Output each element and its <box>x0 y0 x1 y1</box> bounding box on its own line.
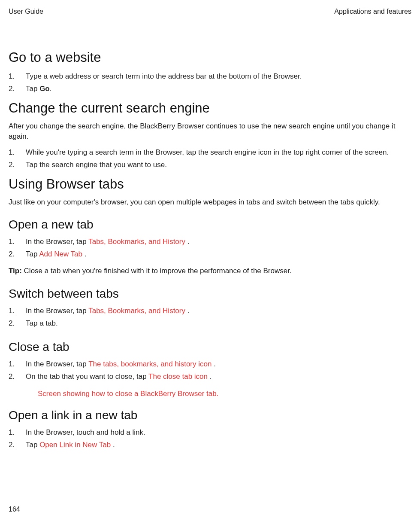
list-item: 1. In the Browser, tap Tabs, Bookmarks, … <box>9 236 411 248</box>
list-item: 2. Tap the search engine that you want t… <box>9 159 411 171</box>
text-fragment: . <box>208 372 212 381</box>
tip-label: Tip: <box>9 267 22 275</box>
header-right: Applications and features <box>334 8 411 15</box>
list-item: 1. In the Browser, tap The tabs, bookmar… <box>9 358 411 371</box>
text-fragment: In the Browser, tap <box>26 238 88 246</box>
ui-reference: The close tab icon <box>148 372 208 381</box>
step-text: Tap a tab. <box>26 317 411 330</box>
heading-switch-between-tabs: Switch between tabs <box>9 287 411 301</box>
list-item: 2. Tap Go. <box>9 83 411 95</box>
step-number: 1. <box>9 70 26 83</box>
header-left: User Guide <box>9 8 43 15</box>
steps-go-to-a-website: 1. Type a web address or search term int… <box>9 70 411 95</box>
step-number: 2. <box>9 159 26 171</box>
step-number: 2. <box>9 317 26 330</box>
list-item: 2. Tap Add New Tab . <box>9 248 411 261</box>
page-number: 164 <box>9 506 20 513</box>
step-number: 1. <box>9 236 26 248</box>
step-text: Tap Add New Tab . <box>26 248 411 261</box>
text-fragment: . <box>50 85 52 93</box>
step-text: Tap Go. <box>26 83 411 95</box>
figure-reference: Screen showing how to close a BlackBerry… <box>38 390 411 398</box>
heading-open-a-new-tab: Open a new tab <box>9 218 411 232</box>
list-item: 1. In the Browser, tap Tabs, Bookmarks, … <box>9 305 411 317</box>
text-fragment: Tap <box>26 250 39 258</box>
step-text: In the Browser, tap Tabs, Bookmarks, and… <box>26 236 411 248</box>
step-text: On the tab that you want to close, tap T… <box>26 371 411 383</box>
bold-text: Go <box>39 85 50 93</box>
paragraph: Just like on your computer's browser, yo… <box>9 197 411 208</box>
step-text: In the Browser, tap The tabs, bookmarks,… <box>26 358 411 371</box>
step-text: Type a web address or search term into t… <box>26 70 411 83</box>
paragraph: After you change the search engine, the … <box>9 121 411 142</box>
steps-open-a-new-tab: 1. In the Browser, tap Tabs, Bookmarks, … <box>9 236 411 261</box>
steps-switch-between-tabs: 1. In the Browser, tap Tabs, Bookmarks, … <box>9 305 411 330</box>
tip-paragraph: Tip: Close a tab when you're finished wi… <box>9 266 411 277</box>
step-number: 1. <box>9 146 26 159</box>
text-fragment: On the tab that you want to close, tap <box>26 372 148 381</box>
ui-reference: Add New Tab <box>39 250 82 258</box>
list-item: 1. While you're typing a search term in … <box>9 146 411 159</box>
ui-reference: Open Link in New Tab <box>39 441 111 449</box>
steps-close-a-tab: 1. In the Browser, tap The tabs, bookmar… <box>9 358 411 383</box>
list-item: 1. Type a web address or search term int… <box>9 70 411 83</box>
text-fragment: . <box>82 250 86 258</box>
text-fragment: Tap <box>26 85 39 93</box>
heading-using-browser-tabs: Using Browser tabs <box>9 177 411 192</box>
ui-reference: Tabs, Bookmarks, and History <box>88 238 185 246</box>
step-number: 2. <box>9 248 26 261</box>
heading-change-search-engine: Change the current search engine <box>9 101 411 116</box>
list-item: 2. On the tab that you want to close, ta… <box>9 371 411 383</box>
ui-reference: Tabs, Bookmarks, and History <box>88 307 185 315</box>
text-fragment: . <box>212 360 215 368</box>
step-text: Tap Open Link in New Tab . <box>26 439 411 451</box>
step-number: 1. <box>9 358 26 371</box>
page: User Guide Applications and features Go … <box>0 0 420 521</box>
heading-go-to-a-website: Go to a website <box>9 50 411 65</box>
list-item: 2. Tap Open Link in New Tab . <box>9 439 411 451</box>
step-number: 2. <box>9 439 26 451</box>
step-number: 2. <box>9 83 26 95</box>
list-item: 2. Tap a tab. <box>9 317 411 330</box>
page-header: User Guide Applications and features <box>9 8 411 15</box>
step-text: In the Browser, touch and hold a link. <box>26 427 411 439</box>
list-item: 1. In the Browser, touch and hold a link… <box>9 427 411 439</box>
heading-close-a-tab: Close a tab <box>9 340 411 354</box>
text-fragment: Tap <box>26 441 39 449</box>
text-fragment: . <box>185 307 189 315</box>
step-text: While you're typing a search term in the… <box>26 146 411 159</box>
text-fragment: . <box>111 441 115 449</box>
heading-open-link-in-new-tab: Open a link in a new tab <box>9 408 411 422</box>
steps-change-search-engine: 1. While you're typing a search term in … <box>9 146 411 171</box>
step-text: Tap the search engine that you want to u… <box>26 159 411 171</box>
ui-reference: The tabs, bookmarks, and history icon <box>88 360 212 368</box>
step-number: 1. <box>9 427 26 439</box>
step-number: 2. <box>9 371 26 383</box>
tip-body: Close a tab when you're finished with it… <box>22 267 292 275</box>
step-text: In the Browser, tap Tabs, Bookmarks, and… <box>26 305 411 317</box>
text-fragment: In the Browser, tap <box>26 307 88 315</box>
text-fragment: . <box>185 238 189 246</box>
steps-open-link-in-new-tab: 1. In the Browser, touch and hold a link… <box>9 427 411 451</box>
text-fragment: In the Browser, tap <box>26 360 88 368</box>
step-number: 1. <box>9 305 26 317</box>
